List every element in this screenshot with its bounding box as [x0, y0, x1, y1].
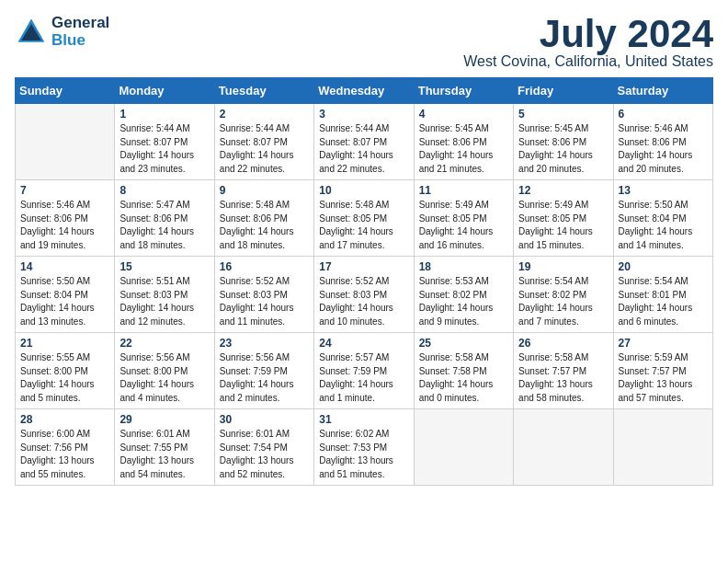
calendar-day-cell: 29Sunrise: 6:01 AM Sunset: 7:55 PM Dayli… [115, 409, 214, 486]
calendar-day-cell: 8Sunrise: 5:47 AM Sunset: 8:06 PM Daylig… [115, 180, 214, 257]
calendar-day-cell: 9Sunrise: 5:48 AM Sunset: 8:06 PM Daylig… [214, 180, 313, 257]
calendar-day-cell: 20Sunrise: 5:54 AM Sunset: 8:01 PM Dayli… [613, 257, 712, 333]
calendar-day-cell: 4Sunrise: 5:45 AM Sunset: 8:06 PM Daylig… [414, 104, 513, 180]
calendar-day-cell: 27Sunrise: 5:59 AM Sunset: 7:57 PM Dayli… [613, 333, 712, 409]
day-number: 1 [119, 108, 209, 121]
day-info: Sunrise: 6:01 AM Sunset: 7:55 PM Dayligh… [119, 428, 209, 481]
day-info: Sunrise: 5:50 AM Sunset: 8:04 PM Dayligh… [619, 199, 708, 252]
day-number: 11 [419, 184, 508, 197]
day-info: Sunrise: 5:58 AM Sunset: 7:57 PM Dayligh… [518, 351, 608, 405]
day-number: 8 [119, 184, 209, 197]
calendar-day-cell: 14Sunrise: 5:50 AM Sunset: 8:04 PM Dayli… [16, 257, 115, 333]
day-number: 20 [619, 260, 708, 273]
day-info: Sunrise: 5:46 AM Sunset: 8:06 PM Dayligh… [619, 122, 708, 176]
day-info: Sunrise: 5:54 AM Sunset: 8:01 PM Dayligh… [619, 275, 708, 328]
day-number: 6 [619, 108, 708, 121]
calendar-day-cell: 25Sunrise: 5:58 AM Sunset: 7:58 PM Dayli… [414, 333, 513, 409]
calendar-day-cell [16, 104, 115, 180]
day-number: 30 [220, 413, 309, 426]
day-number: 15 [119, 260, 209, 273]
day-info: Sunrise: 5:54 AM Sunset: 8:02 PM Dayligh… [518, 275, 608, 328]
calendar-day-cell [414, 409, 513, 486]
day-info: Sunrise: 5:55 AM Sunset: 8:00 PM Dayligh… [20, 351, 109, 405]
calendar-day-cell: 16Sunrise: 5:52 AM Sunset: 8:03 PM Dayli… [214, 257, 313, 333]
day-info: Sunrise: 5:49 AM Sunset: 8:05 PM Dayligh… [419, 199, 508, 252]
calendar-day-cell: 30Sunrise: 6:01 AM Sunset: 7:54 PM Dayli… [214, 409, 313, 486]
day-of-week-header: Wednesday [314, 78, 414, 104]
calendar-week-row: 28Sunrise: 6:00 AM Sunset: 7:56 PM Dayli… [16, 409, 713, 486]
calendar-day-cell: 22Sunrise: 5:56 AM Sunset: 8:00 PM Dayli… [115, 333, 214, 409]
day-number: 27 [619, 337, 708, 350]
day-number: 28 [20, 413, 109, 426]
day-info: Sunrise: 6:01 AM Sunset: 7:54 PM Dayligh… [220, 428, 309, 481]
calendar-day-cell: 17Sunrise: 5:52 AM Sunset: 8:03 PM Dayli… [314, 257, 414, 333]
day-number: 4 [419, 108, 508, 121]
day-number: 31 [319, 413, 408, 426]
title-section: July 2024 West Covina, California, Unite… [463, 15, 713, 70]
day-info: Sunrise: 6:02 AM Sunset: 7:53 PM Dayligh… [319, 428, 408, 481]
calendar-day-cell: 24Sunrise: 5:57 AM Sunset: 7:59 PM Dayli… [314, 333, 414, 409]
calendar-header-row: SundayMondayTuesdayWednesdayThursdayFrid… [16, 78, 713, 104]
day-info: Sunrise: 5:44 AM Sunset: 8:07 PM Dayligh… [119, 122, 209, 176]
day-number: 10 [319, 184, 408, 197]
calendar-day-cell: 1Sunrise: 5:44 AM Sunset: 8:07 PM Daylig… [115, 104, 214, 180]
day-number: 12 [518, 184, 608, 197]
day-info: Sunrise: 5:52 AM Sunset: 8:03 PM Dayligh… [220, 275, 309, 328]
day-of-week-header: Monday [115, 78, 214, 104]
logo: General Blue [15, 15, 109, 49]
day-info: Sunrise: 5:58 AM Sunset: 7:58 PM Dayligh… [419, 351, 508, 405]
day-number: 16 [220, 260, 309, 273]
day-number: 23 [220, 337, 309, 350]
calendar-day-cell: 23Sunrise: 5:56 AM Sunset: 7:59 PM Dayli… [214, 333, 313, 409]
calendar-day-cell: 3Sunrise: 5:44 AM Sunset: 8:07 PM Daylig… [314, 104, 414, 180]
calendar-day-cell: 11Sunrise: 5:49 AM Sunset: 8:05 PM Dayli… [414, 180, 513, 257]
calendar-day-cell: 7Sunrise: 5:46 AM Sunset: 8:06 PM Daylig… [16, 180, 115, 257]
day-number: 9 [220, 184, 309, 197]
day-info: Sunrise: 5:48 AM Sunset: 8:05 PM Dayligh… [319, 199, 408, 252]
day-number: 21 [20, 337, 109, 350]
day-info: Sunrise: 5:44 AM Sunset: 8:07 PM Dayligh… [319, 122, 408, 176]
day-info: Sunrise: 5:45 AM Sunset: 8:06 PM Dayligh… [518, 122, 608, 176]
day-info: Sunrise: 5:48 AM Sunset: 8:06 PM Dayligh… [220, 199, 309, 252]
calendar-day-cell: 21Sunrise: 5:55 AM Sunset: 8:00 PM Dayli… [16, 333, 115, 409]
calendar-day-cell [514, 409, 613, 486]
calendar-week-row: 1Sunrise: 5:44 AM Sunset: 8:07 PM Daylig… [16, 104, 713, 180]
day-info: Sunrise: 5:59 AM Sunset: 7:57 PM Dayligh… [619, 351, 708, 405]
day-of-week-header: Thursday [414, 78, 513, 104]
day-of-week-header: Tuesday [214, 78, 313, 104]
calendar-day-cell: 5Sunrise: 5:45 AM Sunset: 8:06 PM Daylig… [514, 104, 613, 180]
day-number: 18 [419, 260, 508, 273]
calendar-day-cell: 28Sunrise: 6:00 AM Sunset: 7:56 PM Dayli… [16, 409, 115, 486]
day-number: 13 [619, 184, 708, 197]
calendar-day-cell [613, 409, 712, 486]
day-of-week-header: Sunday [16, 78, 115, 104]
day-info: Sunrise: 5:51 AM Sunset: 8:03 PM Dayligh… [119, 275, 209, 328]
calendar-week-row: 14Sunrise: 5:50 AM Sunset: 8:04 PM Dayli… [16, 257, 713, 333]
day-info: Sunrise: 5:45 AM Sunset: 8:06 PM Dayligh… [419, 122, 508, 176]
calendar-day-cell: 15Sunrise: 5:51 AM Sunset: 8:03 PM Dayli… [115, 257, 214, 333]
day-info: Sunrise: 5:47 AM Sunset: 8:06 PM Dayligh… [119, 199, 209, 252]
logo-icon [15, 16, 48, 49]
day-number: 22 [119, 337, 209, 350]
day-info: Sunrise: 5:44 AM Sunset: 8:07 PM Dayligh… [220, 122, 309, 176]
day-number: 3 [319, 108, 408, 121]
day-number: 17 [319, 260, 408, 273]
calendar-day-cell: 13Sunrise: 5:50 AM Sunset: 8:04 PM Dayli… [613, 180, 712, 257]
day-of-week-header: Friday [514, 78, 613, 104]
page-header: General Blue July 2024 West Covina, Cali… [15, 15, 713, 70]
calendar-day-cell: 19Sunrise: 5:54 AM Sunset: 8:02 PM Dayli… [514, 257, 613, 333]
calendar-table: SundayMondayTuesdayWednesdayThursdayFrid… [15, 77, 713, 486]
calendar-day-cell: 6Sunrise: 5:46 AM Sunset: 8:06 PM Daylig… [613, 104, 712, 180]
day-info: Sunrise: 5:50 AM Sunset: 8:04 PM Dayligh… [20, 275, 109, 328]
day-number: 26 [518, 337, 608, 350]
day-info: Sunrise: 5:49 AM Sunset: 8:05 PM Dayligh… [518, 199, 608, 252]
month-title: July 2024 [463, 15, 713, 53]
day-of-week-header: Saturday [613, 78, 712, 104]
calendar-day-cell: 31Sunrise: 6:02 AM Sunset: 7:53 PM Dayli… [314, 409, 414, 486]
day-info: Sunrise: 5:57 AM Sunset: 7:59 PM Dayligh… [319, 351, 408, 405]
calendar-week-row: 7Sunrise: 5:46 AM Sunset: 8:06 PM Daylig… [16, 180, 713, 257]
day-number: 5 [518, 108, 608, 121]
day-number: 29 [119, 413, 209, 426]
calendar-week-row: 21Sunrise: 5:55 AM Sunset: 8:00 PM Dayli… [16, 333, 713, 409]
day-info: Sunrise: 6:00 AM Sunset: 7:56 PM Dayligh… [20, 428, 109, 481]
